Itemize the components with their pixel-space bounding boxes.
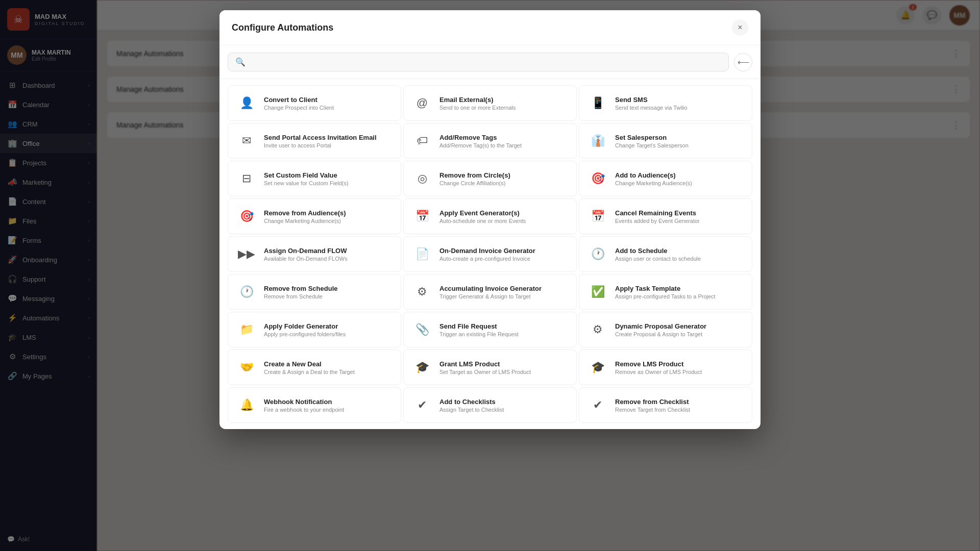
automation-card-add-remove-tags[interactable]: 🏷 Add/Remove Tags Add/Remove Tag(s) to t… [403,123,577,159]
card-icon: ⊟ [236,168,257,189]
card-icon: ▶▶ [236,244,257,264]
automation-card-remove-lms-product[interactable]: 🎓 Remove LMS Product Remove as Owner of … [579,349,752,385]
card-icon: 📅 [587,206,608,227]
card-title: Accumulating Invoice Generator [439,285,542,292]
card-desc: Change Circle Affiliation(s) [439,180,510,186]
card-title: Remove from Checklist [615,398,690,406]
card-desc: Assign pre-configured Tasks to a Project [615,293,716,299]
card-icon: 🔔 [236,395,257,415]
card-title: Create a New Deal [264,360,355,368]
modal-overlay[interactable]: Configure Automations × 🔍 ⟵ 👤 Convert to… [0,0,980,551]
card-desc: Set new value for Custom Field(s) [264,180,349,186]
card-icon: ⚙ [412,282,432,302]
card-title: Remove from Schedule [264,285,338,292]
card-desc: Events added by Event Generator [615,218,700,224]
card-icon: 📎 [412,319,432,340]
card-title: Add to Schedule [615,247,701,255]
card-title: On-Demand Invoice Generator [439,247,535,255]
automation-card-add-to-checklists[interactable]: ✔ Add to Checklists Assign Target to Che… [403,387,577,423]
automation-card-remove-from-circles[interactable]: ◎ Remove from Circle(s) Change Circle Af… [403,161,577,196]
card-title: Convert to Client [264,96,334,104]
automation-card-accumulating-invoice-generator[interactable]: ⚙ Accumulating Invoice Generator Trigger… [403,274,577,310]
card-title: Webhook Notification [264,398,344,406]
search-input[interactable] [250,58,721,66]
card-icon: ⚙ [587,319,608,340]
card-icon: 🕐 [587,244,608,264]
card-title: Remove LMS Product [615,360,702,368]
search-icon: 🔍 [235,57,246,67]
search-bar: 🔍 ⟵ [219,45,761,79]
back-button[interactable]: ⟵ [734,53,752,71]
automation-card-remove-from-schedule[interactable]: 🕐 Remove from Schedule Remove from Sched… [228,274,401,310]
card-icon: ✔ [412,395,432,415]
card-icon: 🕐 [236,282,257,302]
card-title: Set Custom Field Value [264,171,349,179]
card-desc: Assign Target to Checklist [439,407,504,413]
card-icon: 🎓 [412,357,432,378]
search-input-wrapper: 🔍 [228,53,729,71]
card-desc: Available for On-Demand FLOWs [264,256,348,262]
modal-header: Configure Automations × [219,10,761,45]
automation-card-remove-from-audiences[interactable]: 🎯 Remove from Audience(s) Change Marketi… [228,198,401,234]
card-title: Send SMS [615,96,688,104]
automation-card-add-to-schedule[interactable]: 🕐 Add to Schedule Assign user or contact… [579,236,752,272]
automation-card-on-demand-invoice-generator[interactable]: 📄 On-Demand Invoice Generator Auto-creat… [403,236,577,272]
card-desc: Create Proposal & Assign to Target [615,331,706,337]
card-title: Send File Request [439,322,519,330]
automation-card-create-new-deal[interactable]: 🤝 Create a New Deal Create & Assign a De… [228,349,401,385]
card-icon: 📱 [587,93,608,113]
card-desc: Send text message via Twilio [615,105,688,111]
card-title: Dynamic Proposal Generator [615,322,706,330]
automation-card-webhook-notification[interactable]: 🔔 Webhook Notification Fire a webhook to… [228,387,401,423]
card-desc: Create & Assign a Deal to the Target [264,369,355,375]
automation-card-apply-folder-generator[interactable]: 📁 Apply Folder Generator Apply pre-confi… [228,312,401,347]
card-desc: Invite user to access Portal [264,142,377,148]
card-title: Cancel Remaining Events [615,209,700,217]
card-desc: Change Marketing Audience(s) [264,218,346,224]
card-icon: ✔ [587,395,608,415]
card-icon: 📁 [236,319,257,340]
close-button[interactable]: × [732,19,748,36]
automation-card-apply-event-generator[interactable]: 📅 Apply Event Generator(s) Auto-schedule… [403,198,577,234]
automation-card-send-file-request[interactable]: 📎 Send File Request Trigger an existing … [403,312,577,347]
automation-card-add-to-audiences[interactable]: 🎯 Add to Audience(s) Change Marketing Au… [579,161,752,196]
card-title: Apply Event Generator(s) [439,209,526,217]
automation-card-grant-lms-product[interactable]: 🎓 Grant LMS Product Set Target as Owner … [403,349,577,385]
card-desc: Send to one or more Externals [439,105,516,111]
card-icon: 🏷 [412,131,432,151]
card-title: Assign On-Demand FLOW [264,247,348,255]
card-desc: Trigger an existing File Request [439,331,519,337]
automation-card-send-portal-access[interactable]: ✉ Send Portal Access Invitation Email In… [228,123,401,159]
card-desc: Change Prospect into Client [264,105,334,111]
card-icon: 🤝 [236,357,257,378]
card-title: Apply Task Template [615,285,716,292]
card-desc: Remove as Owner of LMS Product [615,369,702,375]
configure-automations-modal: Configure Automations × 🔍 ⟵ 👤 Convert to… [219,10,761,429]
card-desc: Assign user or contact to schedule [615,256,701,262]
automation-card-cancel-remaining-events[interactable]: 📅 Cancel Remaining Events Events added b… [579,198,752,234]
card-desc: Change Marketing Audience(s) [615,180,692,186]
automation-card-apply-task-template[interactable]: ✅ Apply Task Template Assign pre-configu… [579,274,752,310]
modal-title: Configure Automations [232,22,333,33]
automation-card-send-sms[interactable]: 📱 Send SMS Send text message via Twilio [579,85,752,121]
automation-card-dynamic-proposal-generator[interactable]: ⚙ Dynamic Proposal Generator Create Prop… [579,312,752,347]
card-desc: Apply pre-configured folders/files [264,331,346,337]
card-title: Add to Checklists [439,398,504,406]
automation-card-assign-on-demand-flow[interactable]: ▶▶ Assign On-Demand FLOW Available for O… [228,236,401,272]
card-icon: @ [412,93,432,113]
automation-card-set-custom-field[interactable]: ⊟ Set Custom Field Value Set new value f… [228,161,401,196]
card-desc: Change Target's Salesperson [615,142,689,148]
card-title: Apply Folder Generator [264,322,346,330]
card-icon: 📄 [412,244,432,264]
automation-card-remove-from-checklist[interactable]: ✔ Remove from Checklist Remove Target fr… [579,387,752,423]
card-icon: ✉ [236,131,257,151]
card-title: Email External(s) [439,96,516,104]
automation-card-convert-to-client[interactable]: 👤 Convert to Client Change Prospect into… [228,85,401,121]
card-icon: 📅 [412,206,432,227]
automation-card-set-salesperson[interactable]: 👔 Set Salesperson Change Target's Salesp… [579,123,752,159]
card-icon: 👔 [587,131,608,151]
card-desc: Add/Remove Tag(s) to the Target [439,142,522,148]
card-icon: ◎ [412,168,432,189]
automation-card-email-externals[interactable]: @ Email External(s) Send to one or more … [403,85,577,121]
card-title: Set Salesperson [615,134,689,141]
